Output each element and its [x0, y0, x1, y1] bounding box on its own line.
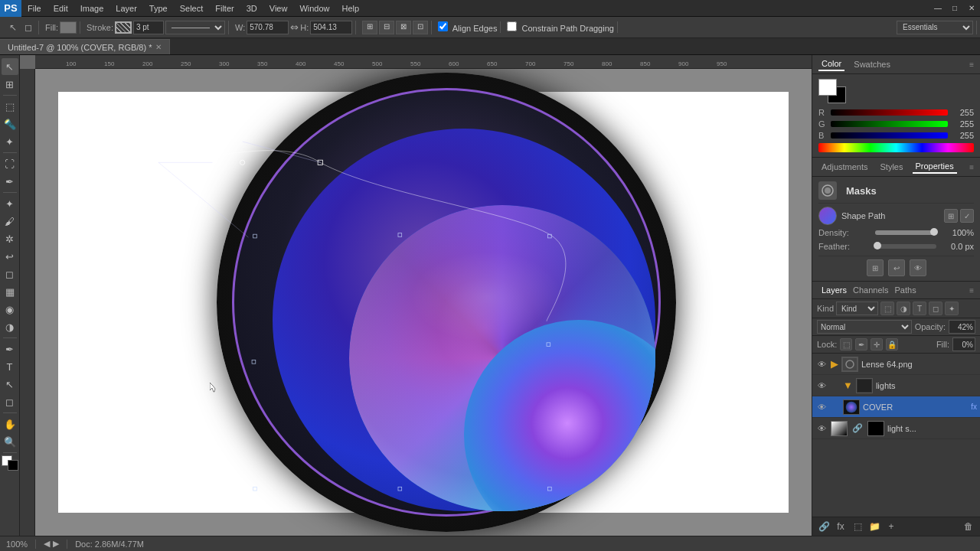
- filter-pixel-btn[interactable]: ⬚: [880, 302, 894, 315]
- pen-tool[interactable]: ✒: [2, 341, 18, 357]
- hand-tool[interactable]: ✋: [2, 416, 18, 432]
- layer-item-lense64[interactable]: 👁 ▶ Lense 64.png: [812, 354, 980, 375]
- blur-tool[interactable]: ◉: [2, 301, 18, 318]
- lock-all-btn[interactable]: 🔒: [886, 338, 898, 350]
- artboard-tool[interactable]: ⊞: [2, 76, 18, 93]
- menu-view[interactable]: View: [263, 2, 294, 15]
- filter-shape-btn[interactable]: ◻: [929, 302, 942, 315]
- link-layers-btn[interactable]: 🔗: [817, 520, 831, 533]
- doc-tab-close[interactable]: ✕: [155, 43, 162, 51]
- crop-tool[interactable]: ⛶: [2, 155, 18, 172]
- lock-paint-btn[interactable]: ✒: [855, 338, 867, 350]
- layer-item-lights2[interactable]: 👁 🔗 light s...: [812, 418, 980, 439]
- visibility-icon-lights2[interactable]: 👁: [815, 422, 828, 435]
- constrain-checkbox[interactable]: [507, 21, 517, 31]
- lock-move-btn[interactable]: ✛: [871, 338, 883, 350]
- brush-tool[interactable]: 🖌: [2, 213, 18, 230]
- height-input[interactable]: [310, 21, 352, 34]
- filter-smart-btn[interactable]: ✦: [945, 302, 959, 315]
- tab-layers[interactable]: Layers: [818, 284, 850, 296]
- sp-add-mask-btn[interactable]: ⊞: [944, 209, 958, 223]
- path-op-inter[interactable]: ⊠: [396, 21, 411, 34]
- fill-input[interactable]: [952, 337, 975, 351]
- path-op-new[interactable]: ⊞: [362, 21, 377, 34]
- g-slider[interactable]: [831, 121, 948, 127]
- mask-refine-btn-1[interactable]: ⊞: [867, 259, 884, 276]
- document-tab[interactable]: Untitled-7 @ 100% (COVER, RGB/8) * ✕: [0, 39, 170, 54]
- shape-tool[interactable]: ◻: [2, 393, 18, 410]
- visibility-icon-lense64[interactable]: 👁: [815, 358, 828, 370]
- path-mode-icon[interactable]: ◻: [21, 21, 35, 34]
- background-color[interactable]: [8, 460, 18, 471]
- color-panel-collapse[interactable]: ≡: [969, 60, 974, 69]
- visibility-icon-lights[interactable]: 👁: [815, 380, 828, 392]
- kind-select[interactable]: Kind: [836, 302, 878, 315]
- menu-filter[interactable]: Filter: [209, 2, 240, 15]
- marquee-tool[interactable]: ⬚: [2, 98, 18, 115]
- menu-help[interactable]: Help: [336, 2, 366, 15]
- menu-type[interactable]: Type: [143, 2, 174, 15]
- menu-edit[interactable]: Edit: [47, 2, 74, 15]
- layers-panel-collapse[interactable]: ≡: [969, 286, 974, 295]
- layer-item-lights[interactable]: 👁 ▼ lights: [812, 375, 980, 396]
- menu-window[interactable]: Window: [293, 2, 335, 15]
- menu-layer[interactable]: Layer: [109, 2, 143, 15]
- visibility-icon-cover[interactable]: 👁: [815, 401, 828, 413]
- text-tool[interactable]: T: [2, 358, 18, 375]
- tab-color[interactable]: Color: [818, 57, 844, 71]
- lasso-tool[interactable]: 🔦: [2, 116, 18, 132]
- dodge-tool[interactable]: ◑: [2, 318, 18, 335]
- mask-refine-btn-3[interactable]: 👁: [910, 259, 926, 276]
- path-op-sub[interactable]: ⊟: [379, 21, 394, 34]
- layer-fx-cover[interactable]: fx: [971, 403, 977, 411]
- add-style-btn[interactable]: fx: [834, 520, 848, 533]
- rainbow-spectrum[interactable]: [818, 143, 974, 152]
- b-slider[interactable]: [831, 132, 948, 139]
- new-group-btn[interactable]: 📁: [867, 520, 881, 533]
- width-input[interactable]: [247, 21, 289, 34]
- menu-select[interactable]: Select: [174, 2, 210, 15]
- menu-file[interactable]: File: [21, 2, 47, 15]
- blend-mode-select[interactable]: Normal: [817, 320, 912, 334]
- canvas-content[interactable]: [35, 69, 812, 536]
- gradient-tool[interactable]: ▦: [2, 283, 18, 300]
- minimize-button[interactable]: —: [929, 0, 946, 17]
- align-edges-checkbox[interactable]: [438, 21, 448, 31]
- zoom-tool[interactable]: 🔍: [2, 433, 18, 450]
- tab-properties[interactable]: Properties: [913, 160, 957, 174]
- direct-select-icon[interactable]: ↖: [6, 21, 20, 34]
- stroke-size-input[interactable]: [133, 21, 164, 34]
- playback-play[interactable]: ▶: [53, 539, 59, 549]
- stroke-color[interactable]: [115, 21, 132, 34]
- eyedropper-tool[interactable]: ✒: [2, 173, 18, 190]
- eraser-tool[interactable]: ◻: [2, 266, 18, 282]
- quick-select-tool[interactable]: ✦: [2, 133, 18, 150]
- mask-refine-btn-2[interactable]: ↩: [888, 259, 905, 276]
- stroke-type-select[interactable]: —————: [165, 21, 225, 34]
- tab-swatches[interactable]: Swatches: [851, 58, 893, 70]
- history-brush-tool[interactable]: ↩: [2, 248, 18, 265]
- path-select-tool[interactable]: ↖: [2, 376, 18, 393]
- workspace-select[interactable]: Essentials: [897, 21, 973, 34]
- new-layer-btn[interactable]: +: [884, 520, 898, 533]
- menu-3d[interactable]: 3D: [240, 2, 263, 15]
- feather-slider[interactable]: [875, 244, 936, 249]
- tab-channels[interactable]: Channels: [850, 284, 891, 296]
- opacity-input[interactable]: [949, 320, 975, 334]
- tab-styles[interactable]: Styles: [877, 161, 906, 173]
- r-slider[interactable]: [831, 109, 948, 116]
- filter-adj-btn[interactable]: ◑: [897, 302, 910, 315]
- maximize-button[interactable]: □: [946, 0, 963, 17]
- add-mask-btn[interactable]: ⬚: [851, 520, 864, 533]
- clone-tool[interactable]: ✲: [2, 230, 18, 247]
- delete-layer-btn[interactable]: 🗑: [962, 520, 975, 533]
- layer-item-cover[interactable]: 👁 COVER fx: [812, 396, 980, 418]
- spot-heal-tool[interactable]: ✦: [2, 195, 18, 212]
- tab-paths[interactable]: Paths: [892, 284, 920, 296]
- fill-color[interactable]: [60, 21, 77, 34]
- tab-adjustments[interactable]: Adjustments: [818, 161, 871, 173]
- link-icon[interactable]: ⇔: [290, 21, 299, 33]
- density-slider[interactable]: [875, 230, 936, 235]
- move-tool[interactable]: ↖: [2, 58, 18, 75]
- playback-prev[interactable]: ◀: [44, 539, 50, 549]
